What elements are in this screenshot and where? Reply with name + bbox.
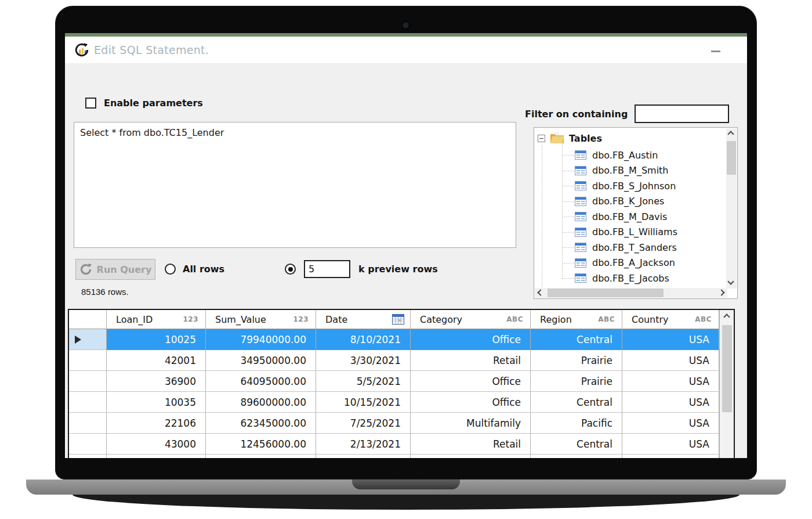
collapse-icon[interactable] <box>538 135 545 142</box>
tree-node-table[interactable]: dbo.FB_E_Jacobs <box>575 271 669 286</box>
grid-cell[interactable]: Office <box>411 371 531 392</box>
grid-cell[interactable]: USA <box>622 329 719 350</box>
table-icon <box>575 243 586 252</box>
grid-cell[interactable]: 62345000.00 <box>206 413 316 434</box>
grid-row[interactable]: 2210662345000.007/25/2021MultifamilyPaci… <box>69 413 719 434</box>
grid-cell[interactable]: 43000 <box>107 434 206 455</box>
all-rows-radio[interactable] <box>165 264 176 275</box>
tree-horizontal-scrollbar[interactable] <box>535 288 727 298</box>
grid-cell[interactable]: USA <box>622 455 719 458</box>
preview-rows-radio[interactable] <box>285 264 296 275</box>
tree-node-label: dbo.FB_M_Davis <box>592 211 667 222</box>
tree-node-table[interactable]: dbo.FB_Austin <box>575 147 658 163</box>
scroll-right-icon[interactable] <box>718 289 724 295</box>
grid-row[interactable]: 4200134950000.003/30/2021RetailPrairieUS… <box>69 350 719 371</box>
grid-cell[interactable]: 12456000.00 <box>206 434 316 455</box>
tree-node-tables[interactable]: Tables <box>538 132 602 144</box>
grid-cell[interactable]: USA <box>622 434 719 455</box>
grid-cell[interactable]: 10025 <box>107 329 206 350</box>
grid-cell[interactable]: USA <box>622 350 719 371</box>
grid-cell[interactable]: Central <box>531 455 622 458</box>
laptop-mockup: Edit SQL Statement. Enable parameters Se… <box>0 0 812 519</box>
grid-row[interactable]: 1002579940000.008/10/2021OfficeCentralUS… <box>69 329 719 350</box>
grid-cell[interactable]: 8/10/2021 <box>316 329 411 350</box>
grid-cell[interactable]: Central <box>531 434 622 455</box>
grid-cell[interactable]: Prairie <box>531 371 622 392</box>
tree-vertical-scrollbar[interactable] <box>726 128 737 289</box>
column-header-loan_id[interactable]: Loan_ID123 <box>107 310 206 329</box>
row-selector-cell[interactable] <box>69 455 107 458</box>
tree-node-table[interactable]: dbo.FB_L_Williams <box>575 225 677 240</box>
scroll-up-icon[interactable] <box>723 313 730 320</box>
grid-cell[interactable]: 10/15/2021 <box>316 392 411 413</box>
grid-cell[interactable]: Industrial <box>411 455 531 458</box>
scroll-left-icon[interactable] <box>537 289 543 295</box>
tree-node-table[interactable]: dbo.FB_K_Jones <box>575 194 664 209</box>
row-selector-cell[interactable] <box>69 329 107 350</box>
tree-root-label: Tables <box>569 133 602 144</box>
scrollbar-thumb[interactable] <box>722 325 732 412</box>
run-query-button[interactable]: Run Query <box>75 259 155 280</box>
tree-node-table[interactable]: dbo.FB_T_Sanders <box>575 240 677 255</box>
grid-cell[interactable]: USA <box>622 392 719 413</box>
column-header-category[interactable]: CategoryABC <box>411 310 531 329</box>
tree-node-table[interactable]: dbo.FB_M_Davis <box>575 209 667 224</box>
grid-cell[interactable]: Office <box>411 329 531 350</box>
grid-cell[interactable]: USA <box>622 371 719 392</box>
tree-node-table[interactable]: dbo.FB_A_Jackson <box>575 255 675 271</box>
all-rows-option: All rows <box>165 264 224 275</box>
grid-cell[interactable]: Central <box>531 392 622 413</box>
grid-cell[interactable]: Office <box>411 392 531 413</box>
row-selector-cell[interactable] <box>69 413 107 434</box>
grid-cell[interactable]: 10035 <box>107 392 206 413</box>
grid-cell[interactable]: 3/30/2021 <box>316 350 411 371</box>
grid-cell[interactable]: Prairie <box>531 350 622 371</box>
grid-cell[interactable]: 79940000.00 <box>206 329 316 350</box>
grid-row[interactable]: 1003589600000.0010/15/2021OfficeCentralU… <box>69 392 719 413</box>
grid-cell[interactable]: Central <box>531 329 622 350</box>
grid-vertical-scrollbar[interactable] <box>719 310 734 458</box>
row-selector-cell[interactable] <box>69 434 107 455</box>
webcam-icon <box>403 22 409 28</box>
preview-rows-input[interactable] <box>304 260 350 278</box>
tree-node-table[interactable]: dbo.FB_M_Smith <box>575 163 669 178</box>
grid-cell[interactable]: 7/25/2021 <box>316 413 411 434</box>
grid-cell[interactable]: USA <box>622 413 719 434</box>
enable-parameters-checkbox[interactable] <box>85 98 96 109</box>
grid-cell[interactable]: Multifamily <box>411 413 531 434</box>
grid-cell[interactable]: 11523 <box>107 455 206 458</box>
grid-cell[interactable]: 36900 <box>107 371 206 392</box>
tree-connector-stub <box>563 171 574 171</box>
grid-cell[interactable]: 23005000.00 <box>206 455 316 458</box>
scroll-up-icon[interactable] <box>727 131 734 137</box>
scrollbar-thumb[interactable] <box>548 289 664 297</box>
grid-cell[interactable]: Retail <box>411 350 531 371</box>
grid-cell[interactable]: 5/5/2021 <box>316 371 411 392</box>
row-selector-cell[interactable] <box>69 350 107 371</box>
grid-cell[interactable]: 89600000.00 <box>206 392 316 413</box>
column-header-country[interactable]: CountryABC <box>622 310 719 329</box>
grid-cell[interactable]: Retail <box>411 434 531 455</box>
grid-cell[interactable]: 64095000.00 <box>206 371 316 392</box>
filter-input[interactable] <box>635 104 729 123</box>
grid-cell[interactable]: 4/4/2021 <box>316 455 411 458</box>
grid-cell[interactable]: 2/13/2021 <box>316 434 411 455</box>
sql-statement-input[interactable]: Select * from dbo.TC15_Lender <box>74 122 516 248</box>
row-selector-cell[interactable] <box>69 392 107 413</box>
grid-row[interactable]: 1152323005000.004/4/2021IndustrialCentra… <box>69 455 719 458</box>
tree-node-label: dbo.FB_K_Jones <box>592 196 664 207</box>
grid-cell[interactable]: Pacific <box>531 413 622 434</box>
scroll-down-icon[interactable] <box>727 278 734 284</box>
tree-node-table[interactable]: dbo.FB_S_Johnson <box>575 178 676 193</box>
grid-row[interactable]: 3690064095000.005/5/2021OfficePrairieUSA <box>69 371 719 392</box>
column-header-date[interactable]: Date <box>316 310 411 329</box>
column-header-sum_value[interactable]: Sum_Value123 <box>206 310 316 329</box>
minimize-button[interactable] <box>706 41 726 59</box>
column-header-region[interactable]: RegionABC <box>531 310 622 329</box>
grid-cell[interactable]: 22106 <box>107 413 206 434</box>
row-selector-cell[interactable] <box>69 371 107 392</box>
grid-cell[interactable]: 34950000.00 <box>206 350 316 371</box>
grid-cell[interactable]: 42001 <box>107 350 206 371</box>
scrollbar-thumb[interactable] <box>727 141 736 175</box>
grid-row[interactable]: 4300012456000.002/13/2021RetailCentralUS… <box>69 434 719 455</box>
